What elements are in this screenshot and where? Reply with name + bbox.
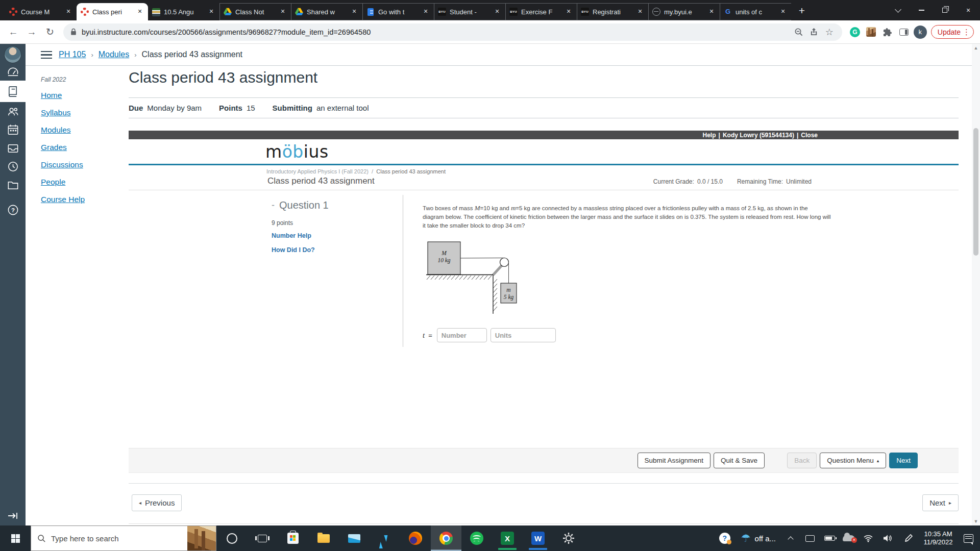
scrollbar-thumb[interactable] [973, 128, 978, 256]
close-icon[interactable]: × [350, 8, 358, 16]
answer-units-input[interactable] [491, 328, 556, 342]
scroll-up-arrow[interactable]: ▲ [972, 44, 980, 52]
history-button[interactable] [0, 157, 26, 176]
help-tray-button[interactable]: ? [714, 525, 736, 551]
collapse-toggle[interactable]: - [272, 200, 275, 211]
sidebar-item-people[interactable]: People [41, 177, 129, 187]
battery-button[interactable] [820, 525, 839, 551]
share-icon[interactable] [806, 24, 822, 40]
forward-button[interactable]: → [22, 23, 41, 41]
sidebar-item-course-help[interactable]: Course Help [41, 194, 129, 205]
scrollbar[interactable]: ▲ ▼ [972, 44, 980, 525]
browser-tab[interactable]: 10.5 Angu × [148, 3, 219, 20]
side-panel-icon[interactable] [896, 24, 912, 40]
excel-button[interactable]: X [492, 525, 523, 551]
show-hidden-icons-button[interactable] [781, 525, 800, 551]
mobius-close-link[interactable]: Close [801, 132, 818, 139]
grammarly-extension-icon[interactable]: G [847, 24, 863, 40]
previous-module-item-button[interactable]: ◂ Previous [132, 494, 182, 511]
tab-search-button[interactable] [886, 0, 910, 20]
extensions-puzzle-icon[interactable] [880, 24, 895, 40]
courses-button-active[interactable] [0, 81, 26, 102]
close-icon[interactable]: × [493, 8, 501, 16]
browser-tab[interactable]: Shared w × [291, 3, 362, 20]
calendar-button[interactable] [0, 120, 26, 139]
mobius-help-link[interactable]: Help [703, 132, 716, 139]
how-did-i-do-link[interactable]: How Did I Do? [272, 246, 403, 254]
close-icon[interactable]: × [64, 8, 72, 16]
sidebar-item-discussions[interactable]: Discussions [41, 160, 129, 170]
close-icon[interactable]: × [422, 8, 430, 16]
task-view-button[interactable] [247, 525, 278, 551]
answer-number-input[interactable] [437, 328, 487, 342]
browser-tab[interactable]: my.byui.e × [648, 3, 720, 20]
browser-tab[interactable]: BYU Registrati × [577, 3, 648, 20]
close-icon[interactable]: × [707, 8, 716, 16]
firefox-button[interactable] [400, 525, 431, 551]
breadcrumb-modules-link[interactable]: Modules [99, 50, 129, 59]
browser-tab[interactable]: BYU Exercise F × [505, 3, 577, 20]
mail-button[interactable] [339, 525, 370, 551]
browser-tab[interactable]: BYU Student - × [434, 3, 505, 20]
scroll-down-arrow[interactable]: ▼ [972, 517, 980, 525]
hamburger-menu-icon[interactable] [41, 51, 52, 59]
weather-widget[interactable]: ☂ off a... [736, 525, 781, 551]
volume-button[interactable] [878, 525, 897, 551]
quit-save-button[interactable]: Quit & Save [714, 453, 765, 468]
close-icon[interactable]: × [136, 8, 144, 16]
minimize-button[interactable] [910, 0, 933, 20]
kebab-menu-icon[interactable]: ⋮ [963, 28, 970, 37]
taskbar-clock[interactable]: 10:35 AM 11/9/2022 [920, 525, 957, 551]
taskbar-search[interactable] [31, 525, 216, 551]
groups-button[interactable] [0, 102, 26, 120]
expand-nav-button[interactable] [0, 511, 26, 520]
sidebar-item-home[interactable]: Home [41, 90, 129, 101]
action-center-button[interactable] [957, 525, 980, 551]
help-button[interactable]: ? [0, 201, 26, 219]
update-button[interactable]: Update ⋮ [931, 25, 974, 39]
next-module-item-button[interactable]: Next ▸ [922, 494, 959, 511]
close-window-button[interactable]: × [957, 0, 980, 20]
back-button[interactable]: ← [4, 23, 22, 41]
sidebar-item-modules[interactable]: Modules [41, 125, 129, 135]
reload-button[interactable]: ↻ [41, 23, 59, 41]
sidebar-item-grades[interactable]: Grades [41, 142, 129, 153]
search-highlight-image[interactable] [187, 526, 216, 550]
close-icon[interactable]: × [279, 8, 287, 16]
account-profile-button[interactable] [0, 44, 26, 62]
browser-tab[interactable]: Class Not × [219, 3, 291, 20]
mobius-breadcrumb-course-link[interactable]: Introductory Applied Physics I (Fall 202… [266, 168, 369, 174]
browser-tab[interactable]: G units of c × [720, 3, 791, 20]
next-question-button[interactable]: Next [889, 453, 918, 468]
inbox-button[interactable] [0, 139, 26, 157]
close-icon[interactable]: × [636, 8, 644, 16]
sidebar-item-syllabus[interactable]: Syllabus [41, 108, 129, 118]
lightning-app-button[interactable] [370, 525, 400, 551]
start-button[interactable] [0, 525, 31, 551]
breadcrumb-course-link[interactable]: PH 105 [59, 50, 86, 59]
address-bar[interactable]: byui.instructure.com/courses/200566/assi… [63, 23, 842, 41]
tablet-mode-button[interactable] [800, 525, 820, 551]
bookmark-star-icon[interactable]: ☆ [822, 24, 837, 40]
extension-icon[interactable] [864, 24, 879, 40]
restore-button[interactable] [933, 0, 957, 20]
browser-tab-active[interactable]: Class peri × [77, 3, 148, 20]
word-button[interactable]: W [523, 525, 553, 551]
browser-tab[interactable]: Go with t × [362, 3, 434, 20]
microsoft-store-button[interactable] [278, 525, 308, 551]
number-help-link[interactable]: Number Help [272, 232, 403, 239]
pen-button[interactable] [897, 525, 920, 551]
wifi-button[interactable] [859, 525, 878, 551]
profile-avatar[interactable]: k [914, 26, 927, 39]
zoom-out-icon[interactable] [791, 24, 806, 40]
new-tab-button[interactable]: + [794, 4, 810, 19]
question-menu-button[interactable]: Question Menu ▴ [820, 453, 886, 468]
onedrive-button[interactable] [839, 525, 859, 551]
search-input[interactable] [51, 534, 168, 543]
submit-assignment-button[interactable]: Submit Assignment [638, 453, 711, 468]
commons-button[interactable] [0, 176, 26, 194]
close-icon[interactable]: × [207, 8, 215, 16]
cortana-button[interactable] [216, 525, 247, 551]
close-icon[interactable]: × [565, 8, 573, 16]
browser-tab[interactable]: Course M × [5, 3, 77, 20]
